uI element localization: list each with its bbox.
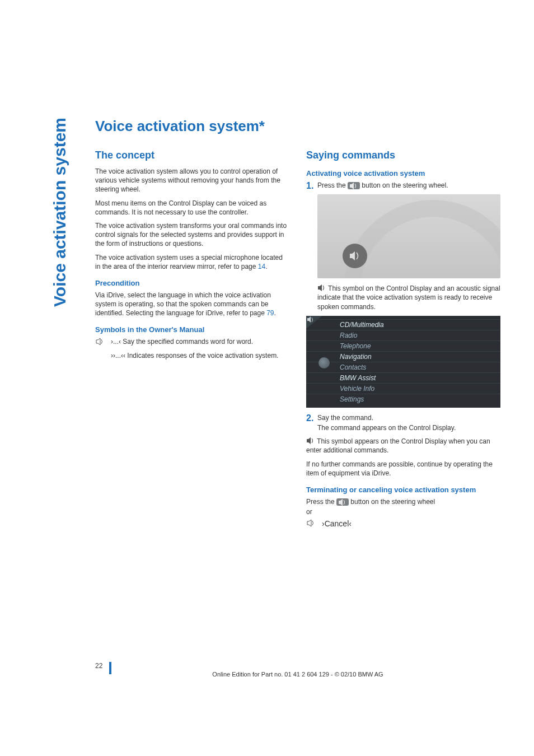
step-2a: Say the command. — [317, 413, 500, 422]
term-b: button on the steering wheel — [349, 498, 435, 506]
menu-item-telephone: Telephone — [306, 340, 500, 351]
concept-p4a: The voice activation system uses a speci… — [95, 254, 283, 270]
ready-text-span: This symbol on the Control Display and a… — [317, 284, 500, 310]
heading-saying-commands: Saying commands — [306, 150, 500, 161]
symbol-2: ››...‹‹ Indicates responses of the voice… — [111, 351, 289, 360]
control-display-menu: CD/Multimedia Radio Telephone Navigation… — [306, 316, 500, 408]
concept-p2: Most menu items on the Control Display c… — [95, 199, 289, 217]
page-title: Voice activation system* — [95, 118, 500, 135]
cancel-command: ›Cancel‹ — [322, 519, 500, 529]
symbol-1: ›...‹ Say the specified commands word fo… — [111, 337, 289, 346]
concept-p1: The voice activation system allows you t… — [95, 167, 289, 194]
no-further-commands: If no further commands are possible, con… — [306, 460, 500, 478]
precondition-text: Via iDrive, select the language in which… — [95, 291, 289, 318]
step-2-number: 2. — [306, 413, 313, 423]
step-1-number: 1. — [306, 181, 313, 191]
heading-terminating: Terminating or canceling voice activatio… — [306, 486, 500, 494]
precond-a: Via iDrive, select the language in which… — [95, 291, 271, 317]
page-number: 22 — [95, 662, 106, 670]
term-a: Press the — [306, 498, 336, 506]
concept-p4b: . — [265, 263, 267, 270]
heading-activating: Activating voice activation system — [306, 169, 500, 178]
concept-p4: The voice activation system uses a speci… — [95, 253, 289, 271]
voice-button-icon — [336, 498, 349, 506]
step1-b: button on the steering wheel. — [360, 181, 448, 189]
heading-precondition: Precondition — [95, 279, 289, 287]
ready-text: This symbol on the Control Display and a… — [317, 284, 500, 311]
concept-p3: The voice activation system transforms y… — [95, 221, 289, 249]
menu-item-bmw-assist: BMW Assist — [306, 372, 500, 383]
additional-commands-text: This symbol appears on the Control Displ… — [306, 437, 500, 455]
steering-wheel-image — [317, 194, 500, 278]
menu-item-navigation: Navigation — [306, 351, 500, 362]
side-tab: Voice activation system — [50, 118, 69, 307]
menu-item-cd-multimedia: CD/Multimedia — [306, 319, 500, 330]
heading-concept: The concept — [95, 150, 289, 161]
navigation-globe-icon — [318, 357, 330, 368]
voice-icon — [306, 519, 316, 527]
page-link-14[interactable]: 14 — [258, 263, 265, 270]
voice-icon — [95, 338, 105, 346]
wheel-voice-button — [343, 244, 367, 268]
step1-a: Press the — [317, 181, 348, 189]
voice-icon — [317, 284, 326, 292]
page-link-79[interactable]: 79 — [266, 309, 274, 317]
menu-item-settings: Settings — [306, 394, 500, 404]
step-1-text: Press the button on the steering wheel. — [317, 181, 500, 190]
heading-symbols: Symbols in the Owner's Manual — [95, 325, 289, 334]
footer-text: Online Edition for Part no. 01 41 2 604 … — [95, 668, 500, 678]
precond-b: . — [274, 309, 276, 317]
voice-icon — [306, 437, 315, 445]
terminate-text: Press the button on the steering wheel — [306, 497, 500, 506]
step-2b: The command appears on the Control Displ… — [317, 423, 500, 432]
after-menu-span: This symbol appears on the Control Displ… — [306, 437, 490, 454]
page-footer: 22 Online Edition for Part no. 01 41 2 6… — [95, 668, 500, 678]
terminate-or: or — [306, 507, 500, 516]
voice-button-icon — [348, 182, 360, 189]
menu-item-radio: Radio — [306, 330, 500, 340]
menu-item-vehicle-info: Vehicle Info — [306, 383, 500, 394]
menu-item-contacts: Contacts — [306, 362, 500, 372]
